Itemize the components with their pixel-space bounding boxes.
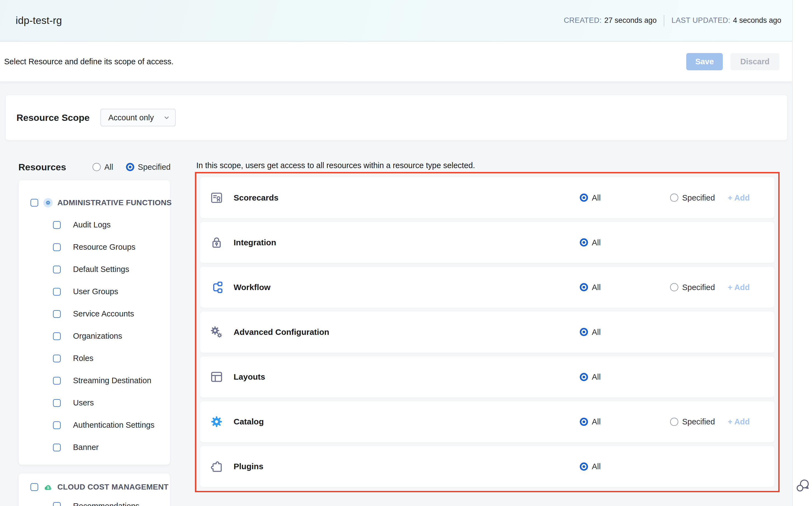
tree-item: Authentication Settings [19,414,170,436]
tree-item: Default Settings [19,258,170,280]
resource-types-highlight-box: Scorecards All Specified + Add Integrati… [195,172,780,492]
resources-specified-label: Specified [138,163,171,172]
row-specified-radio[interactable]: Specified [670,193,715,202]
chat-bubbles-icon[interactable] [796,478,810,493]
scope-description: In this scope, users get access to all r… [196,161,475,170]
tree-item-label: Banner [73,443,99,452]
page: idp-test-rg CREATED: 27 seconds ago LAST… [0,0,812,506]
header-meta: CREATED: 27 seconds ago LAST UPDATED: 4 … [564,15,781,26]
row-all-radio[interactable]: All [580,193,601,202]
tree-item-label: Authentication Settings [73,421,155,430]
save-button[interactable]: Save [686,53,723,70]
item-checkbox[interactable] [53,266,61,273]
resource-type-row: Plugins All [200,446,775,487]
row-all-label: All [592,283,601,292]
group-checkbox[interactable] [30,199,38,206]
tree-item: Resource Groups [19,236,170,258]
gears-icon [210,326,223,339]
tree-item-label: Organizations [73,332,122,341]
tree-item: Streaming Destination [19,369,170,392]
row-all-radio[interactable]: All [580,372,601,382]
radio-selected-icon [580,462,588,471]
resource-type-label: Scorecards [234,193,278,202]
resource-type-label: Plugins [234,462,263,471]
action-description: Select Resource and define its scope of … [4,57,174,66]
row-all-label: All [592,372,601,382]
tree-item-label: Streaming Destination [73,376,151,385]
resources-all-radio[interactable]: All [93,163,113,172]
tree-group-label: CLOUD COST MANAGEMENT [58,483,169,491]
row-specified-label: Specified [682,193,715,202]
add-button[interactable]: + Add [728,417,750,426]
tree-item: Banner [19,436,170,458]
tree-item-label: Service Accounts [73,309,134,318]
meta-divider [664,15,664,26]
add-button[interactable]: + Add [728,193,750,202]
tree-item: Users [19,392,170,414]
add-button[interactable]: + Add [728,283,750,292]
tree-item-label: Recommendations [73,502,139,506]
resource-type-label: Workflow [234,283,271,292]
resources-header: Resources All Specified [18,159,171,175]
row-all-radio[interactable]: All [580,238,601,247]
resources-specified-radio[interactable]: Specified [126,163,171,172]
updated-value: 4 seconds ago [733,16,781,25]
resource-scope-dropdown[interactable]: Account only [100,109,176,126]
tree-item-label: User Groups [73,287,118,296]
layout-icon [210,370,223,384]
radio-selected-icon [580,373,588,381]
row-all-radio[interactable]: All [580,283,601,292]
resource-scope-value: Account only [108,113,154,122]
item-checkbox[interactable] [53,444,61,451]
resources-title: Resources [18,162,66,172]
chevron-down-icon [163,113,171,122]
item-checkbox[interactable] [53,399,61,407]
item-checkbox[interactable] [53,310,61,318]
radio-unselected-icon [670,418,678,426]
row-all-radio[interactable]: All [580,417,601,426]
radio-selected-icon [580,283,588,291]
item-checkbox[interactable] [53,355,61,362]
item-checkbox[interactable] [53,221,61,229]
row-specified-radio[interactable]: Specified [670,417,715,426]
tree-item: Recommendations [19,498,170,506]
action-buttons: Save Discard [686,53,779,70]
item-checkbox[interactable] [53,502,61,506]
tree-item-label: Audit Logs [73,220,111,229]
resource-type-label: Advanced Configuration [234,327,329,337]
tree-item-label: Roles [73,354,93,363]
item-checkbox[interactable] [53,288,61,296]
tree-item: Organizations [19,325,170,347]
tree-group-header: ADMINISTRATIVE FUNCTIONS [19,192,170,214]
workflow-icon [210,281,223,294]
row-all-radio[interactable]: All [580,462,601,471]
item-checkbox[interactable] [53,421,61,429]
radio-unselected-icon [670,283,678,291]
resource-type-row: Workflow All Specified + Add [200,267,775,308]
resource-type-label: Layouts [234,372,265,382]
tree-item-label: Resource Groups [73,243,135,252]
main-content: idp-test-rg CREATED: 27 seconds ago LAST… [0,0,792,506]
group-checkbox[interactable] [30,483,38,491]
item-checkbox[interactable] [53,377,61,385]
tree-group-header: $ CLOUD COST MANAGEMENT [19,477,170,498]
tree-item: User Groups [19,280,170,303]
updated-label: LAST UPDATED: [672,16,730,25]
row-all-radio[interactable]: All [580,327,601,337]
row-specified-radio[interactable]: Specified [670,283,715,292]
row-all-label: All [592,193,601,202]
radio-selected-icon [580,418,588,426]
row-specified-label: Specified [682,283,715,292]
discard-button[interactable]: Discard [730,53,779,70]
radio-unselected-icon [670,194,678,202]
radio-selected-icon [580,328,588,336]
scorecard-icon [210,191,223,204]
item-checkbox[interactable] [53,332,61,340]
row-all-label: All [592,462,601,471]
radio-selected-icon [580,238,588,247]
admin-gear-chip-icon [43,198,53,207]
created-value: 27 seconds ago [604,16,656,25]
resource-type-label: Integration [234,238,276,247]
row-all-label: All [592,327,601,337]
item-checkbox[interactable] [53,243,61,251]
